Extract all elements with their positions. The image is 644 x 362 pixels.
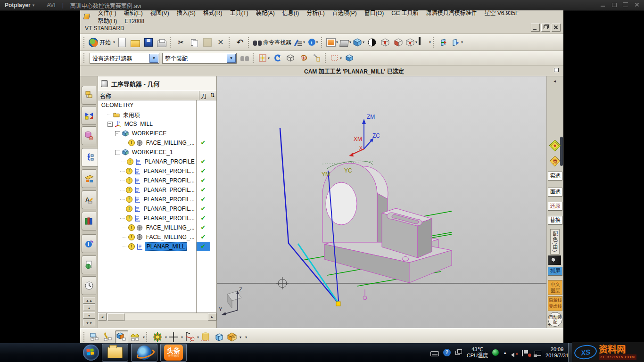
tree-row-PLANAR_PROFIL...[interactable]: !PLANAR_PROFIL...✔ bbox=[98, 185, 216, 195]
collapse-expander-icon[interactable] bbox=[115, 150, 120, 155]
menu-item-8[interactable]: 分析(L) bbox=[303, 8, 329, 18]
tab-assembly-navigator[interactable] bbox=[82, 86, 96, 105]
menu-item-3[interactable]: 插入(S) bbox=[173, 8, 199, 18]
create-tool-button[interactable] bbox=[102, 331, 114, 343]
render-style-button[interactable]: ▾ bbox=[353, 36, 365, 49]
caret-icon[interactable]: ▾ bbox=[239, 335, 241, 339]
window-layout-button[interactable]: ▾ bbox=[326, 36, 339, 49]
snap-point-button[interactable]: ▾ bbox=[258, 52, 270, 64]
toolbar-options-icon[interactable]: ▾ bbox=[245, 335, 247, 339]
view-plane-button-2[interactable]: ▾ bbox=[451, 36, 463, 49]
hscroll-left-button[interactable]: ◄ bbox=[98, 313, 107, 321]
create-geometry-button[interactable] bbox=[115, 330, 128, 344]
menu-item-12[interactable]: 潇洒模具汽模标准件 bbox=[422, 8, 481, 18]
tree-row-PLANAR_PROFIL...[interactable]: !PLANAR_PROFIL...✔ bbox=[98, 166, 216, 176]
tree-item-label[interactable]: WORKPIECE_1 bbox=[131, 148, 174, 156]
toolbar-grip[interactable] bbox=[248, 37, 251, 48]
potplayer-maximize-icon[interactable] bbox=[611, 1, 618, 8]
create-program-button[interactable] bbox=[89, 331, 101, 343]
action-center-flag-icon[interactable] bbox=[522, 350, 530, 356]
screen-capture-button[interactable]: 抓屏 bbox=[548, 267, 562, 276]
restore-button[interactable]: 还原 bbox=[548, 202, 562, 211]
pattern-tool-button[interactable] bbox=[226, 331, 238, 343]
selection-scope-dropdown[interactable]: 整个装配 ▼ bbox=[162, 53, 237, 64]
collapse-expander-icon[interactable] bbox=[107, 122, 113, 127]
menu-item-7[interactable]: 信息(I) bbox=[279, 8, 303, 18]
section-view-button-1[interactable] bbox=[379, 36, 391, 49]
tree-row-GEOMETRY[interactable]: GEOMETRY bbox=[98, 100, 216, 110]
dropdown-arrow-icon[interactable]: ▼ bbox=[149, 54, 158, 63]
tray-expand-icon[interactable]: ▲ bbox=[503, 351, 507, 355]
restore-windows-tray-icon[interactable] bbox=[455, 349, 462, 356]
panel-scroll-left-button[interactable]: ◄ bbox=[548, 79, 561, 83]
diamond-tool-icon-2[interactable]: 秀 bbox=[548, 156, 561, 168]
tree-item-label[interactable]: PLANAR_PROFILE bbox=[143, 158, 196, 165]
tree-row-FACE_MILLING_...[interactable]: !FACE_MILLING_...✔ bbox=[98, 232, 216, 242]
pin-icon[interactable] bbox=[101, 80, 108, 87]
help-tray-icon[interactable]: ? bbox=[443, 349, 451, 356]
nx-restore-button[interactable] bbox=[541, 24, 550, 32]
wireframe-box-button[interactable] bbox=[284, 52, 297, 64]
restore-pane-icon[interactable] bbox=[553, 67, 560, 73]
menu-item-13[interactable]: 星空 V6.935F bbox=[481, 8, 523, 18]
hidden-line-dashed-button[interactable]: 隐藏线变虚线 bbox=[548, 296, 562, 311]
back-button[interactable] bbox=[271, 52, 283, 64]
show-desktop-button[interactable] bbox=[568, 343, 572, 362]
toolbar-grip[interactable] bbox=[83, 53, 87, 63]
tree-item-label[interactable]: PLANAR_PROFIL... bbox=[142, 214, 196, 222]
clock[interactable]: 20:09 2019/7/31 bbox=[545, 346, 569, 359]
solid-cube-button[interactable] bbox=[343, 52, 355, 64]
tree-item-label[interactable]: MCS_MILL bbox=[123, 120, 154, 128]
graphics-viewport[interactable]: ZM ZC XM X YC YM bbox=[217, 76, 546, 328]
tab-roles[interactable]: A bbox=[82, 190, 96, 209]
tree-item-label[interactable]: 未用项 bbox=[122, 110, 141, 119]
hscroll-thumb[interactable] bbox=[107, 313, 124, 321]
toolbar-grip[interactable] bbox=[83, 332, 87, 342]
antivirus-tray-icon[interactable] bbox=[492, 349, 499, 356]
gear-tool-button[interactable] bbox=[151, 331, 164, 343]
nx-start-button[interactable]: 开始 ▾ bbox=[89, 36, 115, 49]
toolbar-grip[interactable] bbox=[433, 37, 436, 48]
copy-button[interactable] bbox=[188, 36, 200, 49]
toolbar-grip[interactable] bbox=[229, 37, 232, 48]
tab-web-page[interactable] bbox=[82, 255, 96, 274]
start-button[interactable] bbox=[83, 345, 99, 361]
menu-item-5[interactable]: 工具(T) bbox=[226, 8, 252, 18]
tree-item-label[interactable]: WORKPIECE bbox=[131, 130, 168, 137]
tree-row-PLANAR_PROFIL...[interactable]: !PLANAR_PROFIL...✔ bbox=[98, 176, 216, 185]
diamond-tool-icon-1[interactable] bbox=[548, 140, 561, 153]
snapshot-thumbnail[interactable] bbox=[548, 255, 561, 265]
point-tool-button[interactable] bbox=[167, 331, 180, 343]
resource-scroll-bottom-button[interactable]: ▼▼ bbox=[83, 320, 95, 326]
tree-item-label[interactable]: FACE_MILLING_... bbox=[145, 233, 196, 241]
resource-scroll-top-button[interactable]: ▲▲ bbox=[83, 297, 95, 304]
caret-icon[interactable]: ▾ bbox=[143, 335, 145, 339]
cpu-temperature[interactable]: 43℃ CPU温度 bbox=[467, 346, 488, 359]
resource-scroll-down-button[interactable]: ▼ bbox=[83, 312, 95, 319]
tree-row-PLANAR_PROFIL...[interactable]: !PLANAR_PROFIL...✔ bbox=[98, 195, 216, 204]
tab-history-palette[interactable] bbox=[82, 276, 96, 295]
potplayer-snap-icon[interactable] bbox=[622, 1, 629, 8]
open-file-button[interactable] bbox=[129, 36, 141, 49]
hscroll-track[interactable] bbox=[107, 313, 208, 320]
tab-constraint-navigator[interactable] bbox=[82, 106, 96, 125]
solid-transparent-button[interactable]: 实透 bbox=[548, 172, 562, 181]
panel-scroll-left-bottom-icon[interactable]: ◄ bbox=[546, 322, 551, 327]
toolbar-grip[interactable] bbox=[170, 37, 173, 48]
view-plane-button-1[interactable] bbox=[438, 36, 450, 49]
menu-item-10[interactable]: 窗口(O) bbox=[361, 8, 388, 18]
tree-item-label[interactable]: PLANAR_PROFIL... bbox=[142, 186, 196, 194]
view-orientation-button[interactable]: ▾ bbox=[339, 36, 352, 49]
nx-close-button[interactable] bbox=[552, 24, 561, 32]
tree-row-PLANAR_PROFIL...[interactable]: !PLANAR_PROFIL...✔ bbox=[98, 214, 216, 223]
contrast-button[interactable] bbox=[366, 36, 378, 49]
tree-row-FACE_MILLING_...[interactable]: !FACE_MILLING_...✔ bbox=[98, 138, 216, 148]
background-button[interactable]: ▾ bbox=[419, 36, 431, 49]
tree-item-label[interactable]: FACE_MILLING_... bbox=[145, 139, 196, 147]
tab-machining-wizard[interactable] bbox=[82, 169, 96, 188]
face-transparent-button[interactable]: 面透 bbox=[548, 188, 562, 197]
rotated-label-button[interactable]: 配色(由) bbox=[548, 229, 561, 255]
new-file-button[interactable] bbox=[116, 36, 128, 49]
toolbar-grip[interactable] bbox=[325, 53, 328, 63]
tree-row-WORKPIECE[interactable]: WORKPIECE bbox=[98, 129, 216, 138]
